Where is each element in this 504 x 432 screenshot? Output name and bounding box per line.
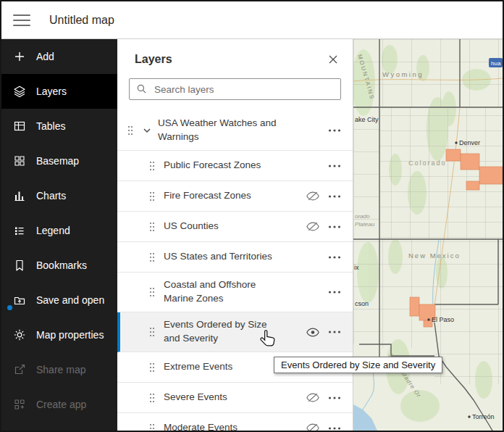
eye-slash-icon[interactable] [303, 218, 322, 236]
search-icon [136, 83, 147, 94]
gear-icon [13, 328, 26, 341]
layer-row-group[interactable]: USA Weather Watches and Warnings [117, 111, 353, 151]
ellipsis-icon[interactable] [325, 249, 344, 266]
drag-handle-icon[interactable] [149, 362, 155, 373]
sidebar: Add Layers Tables Basemap Charts Legend [1, 39, 117, 431]
sidebar-item-layers[interactable]: Layers [1, 74, 117, 109]
map-label-wyoming: Wyoming [382, 70, 424, 78]
layer-row[interactable]: Fire Forecast Zones [117, 181, 353, 212]
plus-icon [13, 50, 26, 63]
map-label-colorado-plateau-1: orado [355, 213, 370, 220]
layer-label: Fire Forecast Zones [164, 189, 251, 203]
layer-list: USA Weather Watches and Warnings Public … [117, 111, 353, 431]
menu-button[interactable] [13, 13, 30, 28]
eye-slash-icon[interactable] [303, 420, 322, 431]
map-label-lake-city: ake City [355, 116, 379, 123]
map-label-colorado-plateau-2: Plateau [355, 221, 375, 228]
sidebar-item-create-app: Create app [1, 387, 117, 422]
search-box [129, 78, 341, 100]
eye-slash-icon[interactable] [303, 188, 322, 205]
ellipsis-icon[interactable] [325, 283, 344, 301]
drag-handle-icon[interactable] [149, 423, 155, 431]
drag-handle-icon[interactable] [149, 161, 155, 171]
ellipsis-icon[interactable] [325, 389, 344, 407]
basemap-icon [13, 154, 26, 167]
county-grid [353, 39, 503, 384]
drag-handle-icon[interactable] [149, 252, 155, 262]
app-title: Untitled map [49, 14, 114, 27]
map-label-phoenix: ix [354, 264, 359, 271]
ellipsis-icon[interactable] [325, 157, 344, 175]
unsaved-changes-dot [7, 305, 12, 310]
ellipsis-icon[interactable] [325, 188, 344, 205]
bar-chart-icon [13, 189, 26, 202]
chevron-down-icon[interactable] [142, 125, 152, 136]
sidebar-item-tables[interactable]: Tables [1, 109, 117, 144]
layer-row[interactable]: US States and Territories [117, 242, 353, 273]
denver-marker [455, 141, 457, 144]
drag-handle-icon[interactable] [149, 393, 155, 403]
layer-label: USA Weather Watches and Warnings [158, 117, 282, 144]
sidebar-item-legend[interactable]: Legend [1, 213, 117, 248]
ellipsis-icon[interactable] [325, 420, 344, 431]
ellipsis-icon[interactable] [325, 323, 344, 341]
eye-icon[interactable] [303, 323, 322, 341]
ellipsis-icon[interactable] [325, 122, 344, 139]
torreon-marker [468, 415, 470, 418]
search-input[interactable] [129, 78, 341, 100]
drag-handle-icon[interactable] [127, 125, 133, 136]
bookmark-icon [13, 259, 26, 272]
layer-label: Events Ordered by Size and Severity [164, 318, 278, 346]
sidebar-item-bookmarks[interactable]: Bookmarks [1, 248, 117, 283]
ellipsis-icon[interactable] [325, 218, 344, 236]
drag-handle-icon[interactable] [149, 222, 155, 232]
drag-handle-icon[interactable] [149, 287, 155, 297]
table-icon [13, 120, 26, 133]
app-header: Untitled map [1, 1, 503, 39]
drag-handle-icon[interactable] [149, 191, 155, 202]
layer-row[interactable]: Severe Events [117, 383, 353, 413]
layer-label: Coastal and Offshore Marine Zones [164, 278, 278, 306]
layer-label: US States and Territories [164, 250, 272, 264]
layer-row-selected[interactable]: Events Ordered by Size and Severity [117, 312, 353, 352]
panel-title: Layers [135, 53, 172, 66]
layer-row[interactable]: Moderate Events [117, 413, 353, 431]
create-app-icon [13, 398, 26, 411]
app-window: Untitled map Add Layers Tables Basemap [0, 0, 504, 432]
layers-icon [13, 85, 26, 98]
layer-row[interactable]: US Counties [117, 212, 353, 242]
close-icon[interactable] [324, 50, 343, 69]
map-label-colorado: Colorado [408, 159, 447, 167]
map-label-tucson: cson [355, 300, 369, 307]
el-paso-marker [427, 318, 429, 320]
map-label-new-mexico: New Mexico [408, 252, 461, 259]
layer-label: Public Forecast Zones [164, 159, 261, 173]
sidebar-item-save-and-open[interactable]: Save and open [1, 283, 117, 317]
layer-label: Severe Events [164, 391, 227, 404]
sidebar-item-charts[interactable]: Charts [1, 178, 117, 213]
drag-handle-icon[interactable] [149, 327, 155, 337]
sidebar-item-share-map: Share map [1, 352, 117, 387]
layers-panel-header: Layers [117, 39, 353, 78]
map-label-denver: Denver [459, 139, 480, 146]
sidebar-item-basemap[interactable]: Basemap [1, 144, 117, 178]
map-label-torreon: Torreón [472, 413, 495, 420]
save-icon [13, 294, 26, 307]
layer-row[interactable]: Coastal and Offshore Marine Zones [117, 273, 353, 312]
sidebar-item-map-properties[interactable]: Map properties [1, 317, 117, 352]
map-label-hua: hua [491, 60, 501, 67]
layer-tooltip: Events Ordered by Size and Severity [274, 357, 442, 373]
sidebar-item-add[interactable]: Add [1, 39, 117, 74]
legend-icon [13, 224, 26, 237]
eye-slash-icon[interactable] [303, 389, 322, 407]
app-content: Add Layers Tables Basemap Charts Legend [1, 39, 503, 431]
map-label-el-paso: El Paso [432, 316, 454, 323]
layer-label: US Counties [164, 220, 219, 233]
share-icon [13, 363, 26, 376]
layer-label: Extreme Events [164, 360, 232, 374]
layer-label: Moderate Events [164, 421, 238, 431]
layer-row[interactable]: Public Forecast Zones [117, 151, 353, 181]
